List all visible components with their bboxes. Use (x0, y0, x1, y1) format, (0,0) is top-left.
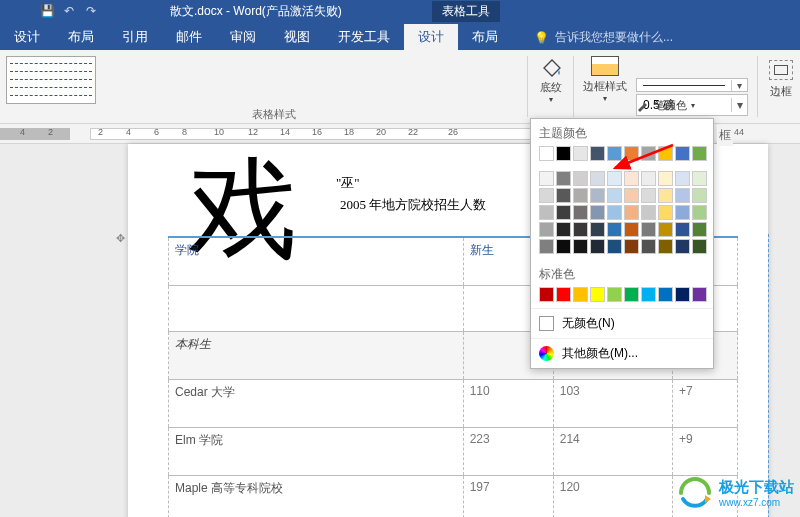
color-swatch[interactable] (539, 287, 554, 302)
color-swatch[interactable] (624, 222, 639, 237)
table-anchor-icon[interactable]: ✥ (116, 232, 128, 244)
color-swatch[interactable] (624, 287, 639, 302)
tab-design-theme[interactable]: 设计 (0, 24, 54, 50)
cell[interactable]: Cedar 大学 (169, 379, 464, 427)
table-style-preview[interactable] (6, 56, 96, 104)
color-swatch[interactable] (641, 171, 656, 186)
tab-table-layout[interactable]: 布局 (458, 24, 512, 50)
color-swatch[interactable] (539, 171, 554, 186)
color-swatch[interactable] (607, 146, 622, 161)
color-swatch[interactable] (573, 188, 588, 203)
tab-layout[interactable]: 布局 (54, 24, 108, 50)
undo-icon[interactable]: ↶ (62, 4, 76, 18)
color-swatch[interactable] (692, 287, 707, 302)
color-swatch[interactable] (692, 146, 707, 161)
color-swatch[interactable] (641, 222, 656, 237)
color-swatch[interactable] (692, 222, 707, 237)
color-swatch[interactable] (624, 205, 639, 220)
cell[interactable]: +9 (673, 427, 738, 475)
color-swatch[interactable] (675, 188, 690, 203)
color-swatch[interactable] (573, 222, 588, 237)
color-swatch[interactable] (624, 146, 639, 161)
tab-view[interactable]: 视图 (270, 24, 324, 50)
cell[interactable]: 197 (463, 475, 553, 517)
color-swatch[interactable] (573, 205, 588, 220)
save-icon[interactable]: 💾 (40, 4, 54, 18)
cell[interactable]: 103 (553, 379, 672, 427)
color-swatch[interactable] (607, 188, 622, 203)
color-swatch[interactable] (641, 188, 656, 203)
cell[interactable]: 110 (463, 379, 553, 427)
color-swatch[interactable] (675, 146, 690, 161)
color-swatch[interactable] (675, 171, 690, 186)
color-swatch[interactable] (590, 222, 605, 237)
color-swatch[interactable] (607, 205, 622, 220)
color-swatch[interactable] (590, 171, 605, 186)
color-swatch[interactable] (573, 239, 588, 254)
color-swatch[interactable] (556, 146, 571, 161)
tell-me[interactable]: 💡 告诉我您想要做什么... (534, 29, 673, 50)
pen-color-button[interactable]: 笔颜色 ▾ (636, 98, 695, 113)
color-swatch[interactable] (624, 239, 639, 254)
cell[interactable]: 120 (553, 475, 672, 517)
cell[interactable]: 214 (553, 427, 672, 475)
color-swatch[interactable] (675, 239, 690, 254)
color-swatch[interactable] (692, 239, 707, 254)
color-swatch[interactable] (590, 205, 605, 220)
color-swatch[interactable] (590, 146, 605, 161)
color-swatch[interactable] (607, 287, 622, 302)
color-swatch[interactable] (624, 171, 639, 186)
color-swatch[interactable] (624, 188, 639, 203)
color-swatch[interactable] (539, 239, 554, 254)
color-swatch[interactable] (692, 205, 707, 220)
color-swatch[interactable] (539, 146, 554, 161)
color-swatch[interactable] (641, 239, 656, 254)
color-swatch[interactable] (675, 287, 690, 302)
cell[interactable]: +7 (673, 379, 738, 427)
shading-button[interactable]: 底纹 ▾ (534, 56, 568, 104)
color-swatch[interactable] (658, 188, 673, 203)
tab-table-design[interactable]: 设计 (404, 24, 458, 50)
col-header[interactable]: 学院 (169, 237, 464, 285)
color-swatch[interactable] (539, 205, 554, 220)
color-swatch[interactable] (556, 287, 571, 302)
color-swatch[interactable] (641, 205, 656, 220)
color-swatch[interactable] (539, 222, 554, 237)
cell[interactable]: Maple 高等专科院校 (169, 475, 464, 517)
cell[interactable]: 223 (463, 427, 553, 475)
border-line-sample[interactable]: ▾ (636, 78, 748, 92)
tab-review[interactable]: 审阅 (216, 24, 270, 50)
color-swatch[interactable] (556, 171, 571, 186)
color-swatch[interactable] (692, 171, 707, 186)
color-swatch[interactable] (658, 146, 673, 161)
color-swatch[interactable] (556, 222, 571, 237)
color-swatch[interactable] (573, 146, 588, 161)
cell[interactable]: Elm 学院 (169, 427, 464, 475)
no-color-item[interactable]: 无颜色(N) (531, 308, 713, 338)
color-swatch[interactable] (658, 239, 673, 254)
tab-devtools[interactable]: 开发工具 (324, 24, 404, 50)
color-swatch[interactable] (556, 239, 571, 254)
color-swatch[interactable] (556, 205, 571, 220)
color-swatch[interactable] (590, 239, 605, 254)
tab-references[interactable]: 引用 (108, 24, 162, 50)
color-swatch[interactable] (590, 188, 605, 203)
color-swatch[interactable] (658, 205, 673, 220)
redo-icon[interactable]: ↷ (84, 4, 98, 18)
border-style-button[interactable]: 边框样式 ▾ (580, 56, 630, 103)
color-swatch[interactable] (658, 222, 673, 237)
color-swatch[interactable] (641, 146, 656, 161)
color-swatch[interactable] (658, 287, 673, 302)
color-swatch[interactable] (573, 287, 588, 302)
color-swatch[interactable] (675, 222, 690, 237)
borders-button[interactable]: 边框 (766, 60, 796, 99)
color-swatch[interactable] (641, 287, 656, 302)
color-swatch[interactable] (607, 239, 622, 254)
color-swatch[interactable] (607, 222, 622, 237)
color-swatch[interactable] (556, 188, 571, 203)
color-swatch[interactable] (658, 171, 673, 186)
color-swatch[interactable] (590, 287, 605, 302)
more-colors-item[interactable]: 其他颜色(M)... (531, 338, 713, 368)
color-swatch[interactable] (607, 171, 622, 186)
color-swatch[interactable] (573, 171, 588, 186)
